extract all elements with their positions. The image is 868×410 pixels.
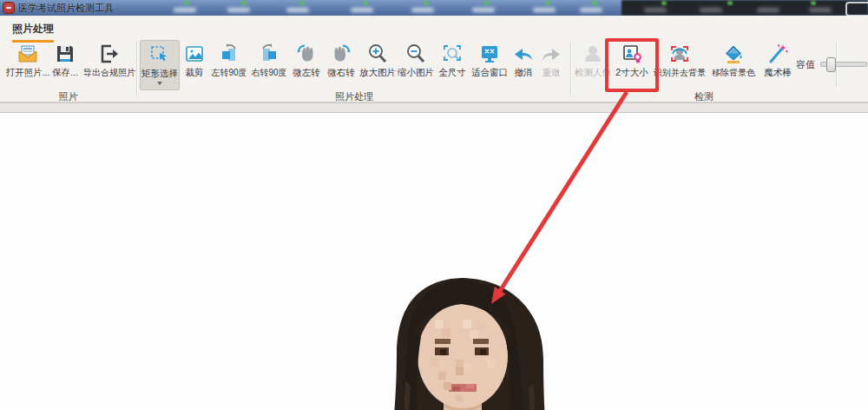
remove-background-color-icon bbox=[721, 42, 746, 66]
desktop-blur-text bbox=[757, 8, 779, 12]
zoom-in-button[interactable]: 放大图片 bbox=[358, 40, 397, 89]
undo-button[interactable]: 撤消 bbox=[510, 40, 537, 89]
rect-select-button[interactable]: 矩形选择 bbox=[140, 40, 180, 90]
fit-window-icon bbox=[477, 42, 502, 66]
desktop-blur-dot bbox=[241, 1, 247, 5]
photo-canvas[interactable] bbox=[0, 113, 868, 410]
desktop-blur-dot bbox=[592, 1, 597, 5]
group-caption-photo: 照片 bbox=[0, 90, 136, 103]
rotate-left-90-icon bbox=[217, 42, 241, 66]
desktop-blur-text bbox=[809, 8, 832, 12]
zoom-in-label: 放大图片 bbox=[359, 67, 396, 79]
desktop-blur-text bbox=[174, 8, 196, 12]
window-title: 医学考试照片检测工具 bbox=[18, 2, 114, 15]
magic-wand-button[interactable]: 魔术棒 bbox=[760, 40, 796, 89]
desktop-blur-text bbox=[580, 8, 602, 12]
redo-icon bbox=[539, 42, 563, 66]
group-photo: 打开照片... 保存... bbox=[7, 40, 137, 90]
rect-select-icon bbox=[148, 43, 172, 67]
remove-background-label: 识别并去背景 bbox=[654, 67, 706, 79]
group-separator bbox=[136, 42, 138, 96]
rotate-left-90-label: 左转90度 bbox=[211, 67, 247, 79]
undo-icon bbox=[511, 42, 536, 66]
desktop-blur-text bbox=[227, 8, 250, 12]
full-size-button[interactable]: 全尺寸 bbox=[435, 40, 470, 89]
desktop-blur-text bbox=[351, 8, 373, 12]
titlebar: 医学考试照片检测工具 bbox=[0, 0, 868, 17]
app-window: 医学考试照片检测工具 照片处理 打开照片... bbox=[0, 0, 868, 410]
desktop-blur-dot bbox=[545, 1, 550, 5]
save-icon bbox=[53, 42, 77, 66]
remove-background-button[interactable]: 识别并去背景 bbox=[652, 40, 707, 89]
tolerance-label: 容值 bbox=[796, 58, 815, 71]
desktop-blur-dot bbox=[424, 1, 429, 5]
group-caption-detection: 检测 bbox=[574, 90, 834, 103]
desktop-blur-text bbox=[286, 8, 309, 12]
screenshot-corner-fragment bbox=[845, 2, 868, 17]
rect-select-label: 矩形选择 bbox=[141, 68, 178, 80]
rotate-left-90-button[interactable]: 左转90度 bbox=[209, 40, 249, 89]
open-photo-icon bbox=[16, 42, 40, 66]
group-separator bbox=[570, 42, 572, 96]
zoom-out-icon bbox=[404, 42, 428, 66]
dropdown-caret-icon bbox=[157, 82, 162, 85]
desktop-blur-text bbox=[533, 8, 556, 12]
magic-wand-label: 魔术棒 bbox=[764, 67, 792, 79]
nudge-rotate-left-button[interactable]: 微左转 bbox=[289, 40, 324, 89]
nudge-rotate-right-button[interactable]: 微右转 bbox=[324, 40, 358, 89]
rotate-right-90-label: 右转90度 bbox=[251, 67, 286, 79]
tolerance-slider-thumb[interactable] bbox=[826, 57, 836, 72]
desktop-blur-text bbox=[644, 8, 667, 12]
desktop-blur-dot bbox=[661, 1, 667, 5]
detect-face-icon bbox=[581, 42, 605, 66]
desktop-blur-dot bbox=[299, 1, 305, 5]
export-icon bbox=[97, 42, 122, 66]
crop-label: 裁剪 bbox=[186, 67, 204, 79]
group-photo-processing: 矩形选择 裁剪 bbox=[140, 40, 565, 90]
redo-label: 重做 bbox=[542, 67, 561, 79]
tolerance-control: 容值 bbox=[796, 40, 867, 89]
open-photo-label: 打开照片... bbox=[6, 67, 50, 79]
remove-background-color-button[interactable]: 移除背景色 bbox=[709, 40, 758, 89]
undo-label: 撤消 bbox=[515, 67, 533, 79]
zoom-out-label: 缩小图片 bbox=[398, 67, 434, 79]
open-photo-button[interactable]: 打开照片... bbox=[7, 40, 49, 89]
magic-wand-icon bbox=[766, 42, 790, 66]
fit-window-button[interactable]: 适合窗口 bbox=[470, 40, 510, 89]
desktop-blur-text bbox=[700, 8, 722, 12]
remove-background-color-label: 移除背景色 bbox=[712, 67, 755, 79]
ribbon-lower-band bbox=[0, 102, 868, 113]
desktop-blur-dot bbox=[484, 1, 490, 5]
nudge-rotate-left-label: 微左转 bbox=[293, 67, 320, 79]
portrait-photo bbox=[367, 276, 572, 410]
remove-background-icon bbox=[667, 42, 692, 66]
app-icon[interactable] bbox=[3, 3, 14, 13]
fit-window-label: 适合窗口 bbox=[471, 67, 508, 79]
nudge-rotate-right-icon bbox=[329, 42, 353, 66]
zoom-in-icon bbox=[365, 42, 390, 66]
desktop-blur-dot bbox=[184, 1, 189, 5]
zoom-out-button[interactable]: 缩小图片 bbox=[397, 40, 435, 89]
save-label: 保存... bbox=[52, 67, 78, 79]
crop-icon bbox=[182, 42, 207, 66]
export-label: 导出合规照片 bbox=[83, 67, 135, 79]
group-caption-photo-processing: 照片处理 bbox=[139, 90, 569, 103]
rotate-right-90-button[interactable]: 右转90度 bbox=[249, 40, 289, 89]
export-compliant-photo-button[interactable]: 导出合规照片 bbox=[82, 40, 137, 89]
desktop-blur-dot bbox=[811, 1, 816, 5]
full-size-label: 全尺寸 bbox=[438, 67, 466, 79]
full-size-icon bbox=[440, 42, 464, 66]
crop-button[interactable]: 裁剪 bbox=[180, 40, 209, 89]
redo-button[interactable]: 重做 bbox=[537, 40, 565, 89]
tolerance-slider[interactable] bbox=[820, 62, 867, 67]
desktop-blur-dot bbox=[363, 1, 368, 5]
desktop-blur-dot bbox=[727, 1, 733, 5]
desktop-blur-text bbox=[472, 8, 495, 12]
rotate-right-90-icon bbox=[257, 42, 281, 66]
ribbon: 照片处理 打开照片... bbox=[0, 16, 868, 102]
highlight-box bbox=[605, 38, 659, 92]
save-button[interactable]: 保存... bbox=[49, 40, 82, 89]
nudge-rotate-left-icon bbox=[294, 42, 319, 66]
nudge-rotate-right-label: 微右转 bbox=[327, 67, 355, 79]
desktop-blur-text bbox=[411, 8, 434, 12]
